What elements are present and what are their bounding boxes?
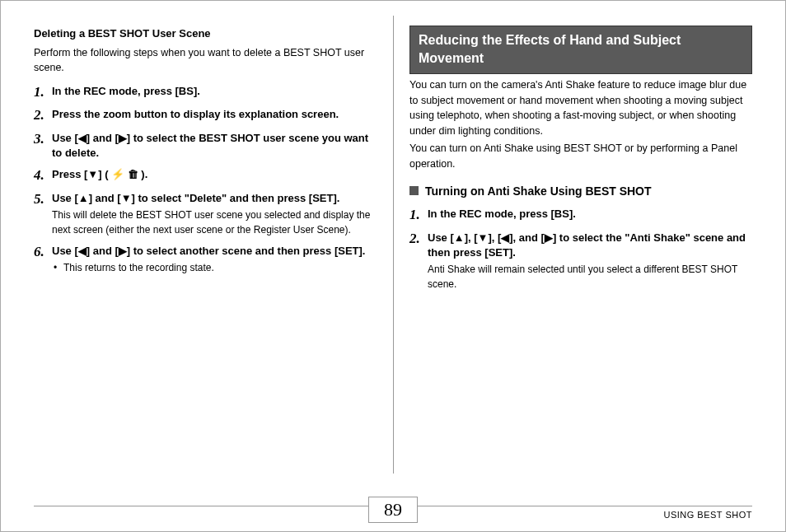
step-3: 3. Use [◀] and [▶] to select the BEST SH… [34, 131, 377, 161]
step-bullet: This returns to the recording state. [52, 260, 377, 275]
right-para-2: You can turn on Anti Shake using BEST SH… [409, 141, 752, 172]
column-divider [393, 16, 394, 474]
square-bullet-icon [409, 186, 419, 195]
step-2: 2. Press the zoom button to display its … [34, 107, 377, 124]
footer-label: USING BEST SHOT [393, 510, 752, 520]
left-subheading: Deleting a BEST SHOT User Scene [34, 26, 377, 42]
subsection-title: Turning on Anti Shake Using BEST SHOT [425, 183, 652, 200]
step-5: 5. Use [▲] and [▼] to select "Delete" an… [34, 191, 377, 237]
step-title: Use [▲] and [▼] to select "Delete" and t… [52, 191, 377, 206]
step-title: Press [▼] ( ⚡ 🗑 ). [52, 167, 377, 182]
step-1: 1. In the REC mode, press [BS]. [34, 84, 377, 100]
r-step-1: 1. In the REC mode, press [BS]. [409, 207, 752, 223]
left-intro: Perform the following steps when you wan… [34, 45, 377, 77]
step-title: In the REC mode, press [BS]. [52, 84, 377, 99]
step-title: In the REC mode, press [BS]. [428, 207, 752, 222]
right-para-1: You can turn on the camera's Anti Shake … [409, 77, 752, 139]
step-title: Use [◀] and [▶] to select another scene … [52, 244, 377, 259]
step-number: 4. [34, 167, 52, 184]
step-number: 2. [34, 107, 52, 124]
step-desc: This will delete the BEST SHOT user scen… [52, 208, 377, 237]
step-number: 3. [34, 131, 52, 161]
step-number: 1. [409, 207, 428, 223]
step-4: 4. Press [▼] ( ⚡ 🗑 ). [34, 167, 377, 184]
left-column: Deleting a BEST SHOT User Scene Perform … [34, 26, 393, 470]
r-step-2: 2. Use [▲], [▼], [◀], and [▶] to select … [409, 231, 752, 292]
step-6: 6. Use [◀] and [▶] to select another sce… [34, 244, 377, 275]
page-number: 89 [368, 497, 418, 523]
step-number: 5. [34, 191, 52, 237]
step-desc: Anti Shake will remain selected until yo… [428, 262, 752, 292]
step-number: 1. [34, 84, 52, 100]
right-column: Reducing the Effects of Hand and Subject… [393, 26, 752, 470]
step-number: 6. [34, 244, 52, 275]
step-title: Press the zoom button to display its exp… [52, 107, 377, 122]
step-number: 2. [409, 231, 428, 292]
section-banner: Reducing the Effects of Hand and Subject… [409, 26, 752, 74]
subsection-heading: Turning on Anti Shake Using BEST SHOT [409, 183, 752, 200]
step-title: Use [◀] and [▶] to select the BEST SHOT … [52, 131, 377, 161]
step-title: Use [▲], [▼], [◀], and [▶] to select the… [428, 231, 752, 260]
